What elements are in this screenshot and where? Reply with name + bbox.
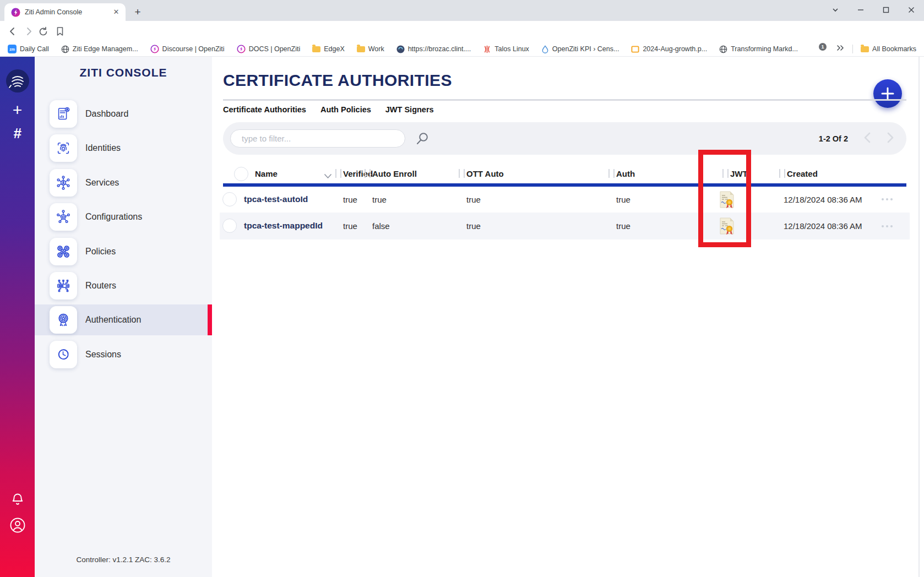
column-resize-handle[interactable]: [779, 169, 785, 178]
globe-icon: [719, 45, 727, 53]
column-resize-handle[interactable]: [335, 169, 341, 178]
created-value: 12/18/2024 08:36 AM: [784, 195, 862, 204]
browser-toolbar: https://ctrl.cdaws.clint.demo.openziti.o…: [0, 21, 924, 42]
sidebar-item-routers[interactable]: Routers: [35, 270, 212, 301]
filter-input[interactable]: [230, 129, 405, 148]
sidebar-item-configurations[interactable]: Configurations: [35, 202, 212, 232]
title-divider: [223, 99, 906, 101]
auth-value: true: [616, 221, 631, 231]
openziti-icon: [237, 45, 246, 53]
auto-enroll-value: false: [372, 221, 390, 231]
sessions-clock-icon: [50, 341, 77, 368]
sidebar-item-dashboard[interactable]: Dashboard: [35, 99, 212, 129]
sidebar-item-services[interactable]: Services: [35, 167, 212, 198]
jwt-column-highlight-annotation: [698, 150, 751, 247]
rail-hash-icon[interactable]: #: [0, 125, 35, 141]
column-resize-handle[interactable]: [608, 169, 615, 178]
search-icon[interactable]: [415, 131, 430, 149]
maximize-button[interactable]: [877, 3, 895, 17]
ca-name[interactable]: tpca-test-mappedId: [244, 221, 323, 231]
bookmark-discourse-openziti[interactable]: Discourse | OpenZiti: [150, 45, 225, 53]
sidebar-item-identities[interactable]: Identities: [35, 133, 212, 164]
row-actions-menu-icon[interactable]: [882, 198, 893, 200]
bookmarks-divider: [852, 45, 853, 53]
openziti-icon: [150, 45, 159, 53]
bookmark-icon[interactable]: [53, 25, 67, 38]
sidebar-item-sessions[interactable]: Sessions: [35, 339, 212, 370]
column-resize-handle[interactable]: [459, 169, 465, 178]
tab-close-icon[interactable]: ✕: [111, 7, 121, 17]
row-checkbox[interactable]: [222, 219, 237, 233]
bookmark-folder-work[interactable]: Work: [357, 45, 384, 53]
column-ott-auto[interactable]: OTT Auto: [466, 169, 504, 178]
bookmark-ziti-edge[interactable]: Ziti Edge Managem...: [61, 45, 138, 53]
ca-name[interactable]: tpca-test-autoId: [244, 194, 308, 204]
tab-jwt-signers[interactable]: JWT Signers: [385, 105, 434, 114]
talos-icon: [483, 45, 491, 53]
notifications-bell-icon[interactable]: [0, 492, 35, 507]
authentication-badge-icon: [50, 306, 77, 334]
reload-icon[interactable]: [36, 25, 50, 38]
bookmark-transforming-markdown[interactable]: Transforming Markd...: [719, 45, 798, 53]
sidebar-item-policies[interactable]: Policies: [35, 236, 212, 267]
folder-icon: [861, 46, 869, 52]
sidebar-item-authentication[interactable]: Authentication: [35, 304, 212, 335]
browser-tab-strip: Ziti Admin Console ✕ +: [0, 0, 924, 21]
close-window-button[interactable]: [902, 3, 921, 17]
auth-value: true: [616, 195, 631, 204]
ott-auto-value: true: [466, 221, 481, 231]
bookmarks-overflow-icon[interactable]: [836, 44, 845, 54]
new-tab-button[interactable]: +: [131, 6, 144, 19]
tab-certificate-authorities[interactable]: Certificate Authorities: [223, 105, 306, 114]
forward-icon[interactable]: [22, 25, 35, 38]
all-bookmarks-button[interactable]: All Bookmarks: [861, 45, 916, 53]
bookmark-folder-edgex[interactable]: EdgeX: [312, 45, 345, 53]
zoom-icon: zm: [8, 45, 17, 53]
globe-icon: [61, 45, 69, 53]
page-next-icon[interactable]: [887, 132, 894, 146]
site-icon: [396, 45, 405, 53]
tab-search-chevron-icon[interactable]: [826, 3, 845, 17]
back-icon[interactable]: [6, 25, 19, 38]
add-certificate-authority-button[interactable]: [873, 79, 902, 108]
sidebar: ZITI CONSOLE Dashboard I: [35, 57, 212, 577]
policies-gears-icon: [50, 238, 77, 265]
tab-auth-policies[interactable]: Auth Policies: [320, 105, 371, 114]
bookmark-2024-aug-growth[interactable]: 2024-Aug-growth.p...: [631, 45, 707, 53]
created-value: 12/18/2024 08:36 AM: [784, 221, 862, 231]
table-header-row: Name Verified Auto Enroll OTT Auto Auth …: [223, 163, 906, 185]
version-footer: Controller: v1.2.1 ZAC: 3.6.2: [35, 556, 212, 564]
bookmark-docs-openziti[interactable]: DOCS | OpenZiti: [237, 45, 301, 53]
user-profile-icon[interactable]: [0, 517, 35, 534]
doc-icon: [631, 45, 639, 53]
column-created[interactable]: Created: [787, 169, 818, 178]
bookmark-daily-call[interactable]: zm Daily Call: [8, 45, 49, 53]
browser-tab[interactable]: Ziti Admin Console ✕: [4, 3, 126, 21]
rail-add-icon[interactable]: +: [0, 102, 35, 118]
ziti-logo[interactable]: [0, 69, 35, 93]
droplet-icon: [541, 45, 549, 53]
table-row[interactable]: tpca-test-mappedId true false true true …: [220, 213, 910, 239]
dashboard-icon: [50, 100, 77, 128]
ziti-console-app: + # ZITI CONSOLE: [0, 57, 924, 577]
column-auto-enroll[interactable]: Auto Enroll: [372, 169, 417, 178]
bookmarks-bar: zm Daily Call Ziti Edge Managem... Disco…: [0, 42, 924, 57]
bookmark-brozac[interactable]: https://brozac.clint....: [396, 45, 471, 53]
bookmark-talos-linux[interactable]: Talos Linux: [483, 45, 529, 53]
routers-icon: [50, 272, 77, 300]
column-name[interactable]: Name: [255, 169, 278, 178]
scrollbar-track[interactable]: [918, 57, 920, 577]
column-auth[interactable]: Auth: [616, 169, 635, 178]
bookmark-openziti-kpi[interactable]: OpenZiti KPI › Cens...: [541, 45, 619, 53]
services-network-icon: [50, 169, 77, 197]
row-actions-menu-icon[interactable]: [882, 225, 893, 227]
row-checkbox[interactable]: [222, 192, 237, 206]
folder-icon: [357, 46, 365, 52]
minimize-button[interactable]: [851, 3, 870, 17]
table-row[interactable]: tpca-test-autoId true true true true 12/…: [220, 187, 910, 213]
page-title: CERTIFICATE AUTHORITIES: [223, 71, 452, 90]
column-resize-handle[interactable]: [365, 169, 371, 178]
select-all-checkbox[interactable]: [234, 167, 248, 181]
sort-chevron-icon[interactable]: [324, 171, 332, 181]
page-previous-icon[interactable]: [863, 132, 871, 146]
